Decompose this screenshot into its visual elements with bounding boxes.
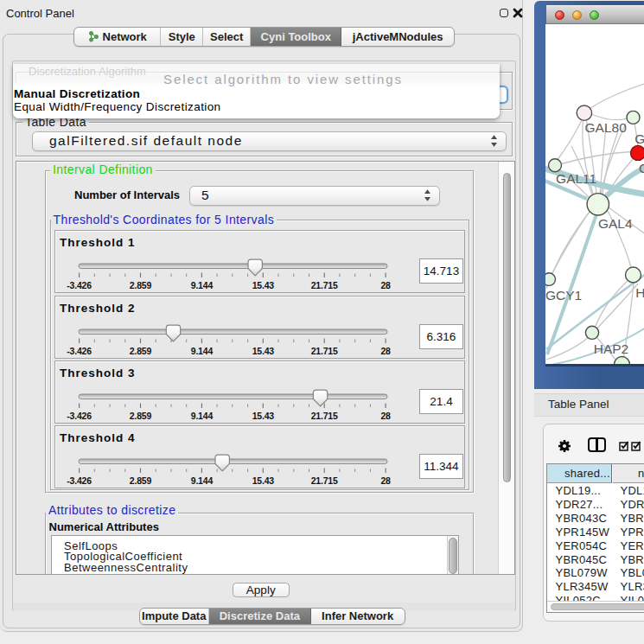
svg-text:GA: GA: [634, 131, 644, 145]
svg-text:GCY1: GCY1: [545, 287, 582, 302]
svg-text:GAL4: GAL4: [597, 216, 632, 231]
svg-text:HT: HT: [635, 285, 644, 300]
svg-text:C: C: [638, 161, 644, 175]
svg-text:GAL80: GAL80: [584, 120, 627, 135]
svg-text:HAP2: HAP2: [593, 341, 628, 356]
svg-text:GAL11: GAL11: [556, 171, 596, 186]
